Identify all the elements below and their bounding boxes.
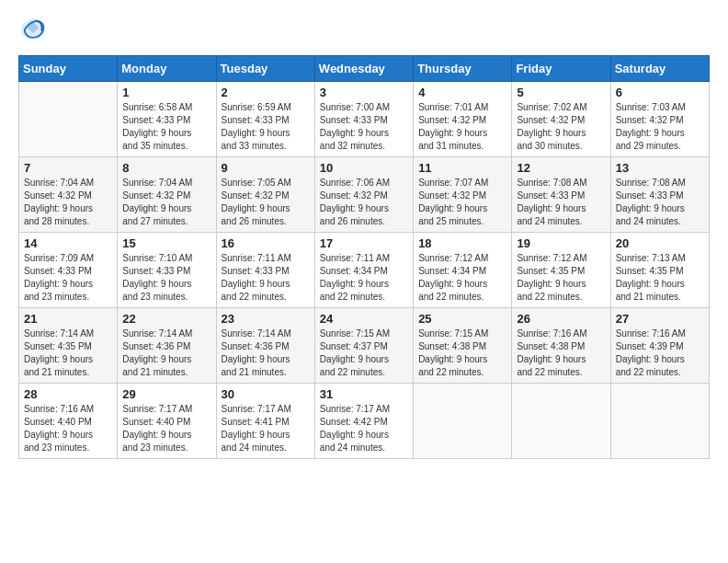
calendar-cell: 11Sunrise: 7:07 AMSunset: 4:32 PMDayligh… [414,157,512,233]
calendar-cell [512,384,610,459]
calendar-cell: 22Sunrise: 7:14 AMSunset: 4:36 PMDayligh… [118,308,216,384]
calendar-cell: 23Sunrise: 7:14 AMSunset: 4:36 PMDayligh… [216,308,314,384]
day-number: 29 [122,387,210,401]
calendar-day-header: Monday [118,56,216,82]
day-info: Sunrise: 7:15 AMSunset: 4:38 PMDaylight:… [418,327,506,379]
calendar-cell: 17Sunrise: 7:11 AMSunset: 4:34 PMDayligh… [314,233,413,308]
logo-icon [20,15,46,40]
day-number: 15 [122,236,210,250]
day-number: 9 [222,161,310,175]
day-info: Sunrise: 7:09 AMSunset: 4:33 PMDaylight:… [24,252,112,304]
calendar-cell: 19Sunrise: 7:12 AMSunset: 4:35 PMDayligh… [512,233,610,308]
day-info: Sunrise: 7:13 AMSunset: 4:35 PMDaylight:… [616,252,704,304]
calendar-cell: 16Sunrise: 7:11 AMSunset: 4:33 PMDayligh… [216,233,314,308]
header [18,15,710,44]
calendar-header-row: SundayMondayTuesdayWednesdayThursdayFrid… [19,56,710,82]
day-info: Sunrise: 7:10 AMSunset: 4:33 PMDaylight:… [122,252,210,304]
calendar-cell: 2Sunrise: 6:59 AMSunset: 4:33 PMDaylight… [216,82,314,157]
day-number: 26 [517,312,605,326]
calendar-week-row: 7Sunrise: 7:04 AMSunset: 4:32 PMDaylight… [19,157,710,233]
day-info: Sunrise: 7:17 AMSunset: 4:41 PMDaylight:… [222,403,310,454]
calendar-cell: 29Sunrise: 7:17 AMSunset: 4:40 PMDayligh… [118,384,216,459]
day-info: Sunrise: 7:17 AMSunset: 4:42 PMDaylight:… [320,403,408,454]
day-info: Sunrise: 7:06 AMSunset: 4:32 PMDaylight:… [320,177,408,228]
calendar-week-row: 1Sunrise: 6:58 AMSunset: 4:33 PMDaylight… [19,82,710,157]
calendar-cell: 13Sunrise: 7:08 AMSunset: 4:33 PMDayligh… [610,157,709,233]
calendar-cell: 14Sunrise: 7:09 AMSunset: 4:33 PMDayligh… [19,233,118,308]
calendar-cell [19,82,118,157]
calendar-cell: 6Sunrise: 7:03 AMSunset: 4:32 PMDaylight… [610,82,709,157]
calendar-week-row: 28Sunrise: 7:16 AMSunset: 4:40 PMDayligh… [19,384,710,459]
day-number: 28 [24,387,112,401]
day-info: Sunrise: 7:15 AMSunset: 4:37 PMDaylight:… [320,327,408,379]
day-info: Sunrise: 7:07 AMSunset: 4:32 PMDaylight:… [418,177,506,228]
day-number: 22 [122,312,210,326]
day-number: 21 [24,312,112,326]
day-info: Sunrise: 7:08 AMSunset: 4:33 PMDaylight:… [616,177,704,228]
calendar-day-header: Tuesday [216,56,314,82]
calendar-week-row: 21Sunrise: 7:14 AMSunset: 4:35 PMDayligh… [19,308,710,384]
calendar-day-header: Saturday [610,56,709,82]
day-info: Sunrise: 7:14 AMSunset: 4:36 PMDaylight:… [122,327,210,379]
day-info: Sunrise: 7:04 AMSunset: 4:32 PMDaylight:… [122,177,210,228]
day-info: Sunrise: 7:12 AMSunset: 4:34 PMDaylight:… [418,252,506,304]
calendar-cell: 31Sunrise: 7:17 AMSunset: 4:42 PMDayligh… [314,384,413,459]
day-number: 24 [320,312,408,326]
day-number: 1 [122,86,210,99]
calendar-cell: 4Sunrise: 7:01 AMSunset: 4:32 PMDaylight… [414,82,512,157]
calendar-cell: 7Sunrise: 7:04 AMSunset: 4:32 PMDaylight… [19,157,118,233]
calendar-cell: 9Sunrise: 7:05 AMSunset: 4:32 PMDaylight… [216,157,314,233]
calendar-cell: 10Sunrise: 7:06 AMSunset: 4:32 PMDayligh… [314,157,413,233]
calendar-cell: 21Sunrise: 7:14 AMSunset: 4:35 PMDayligh… [19,308,118,384]
day-info: Sunrise: 7:12 AMSunset: 4:35 PMDaylight:… [517,252,605,304]
calendar-day-header: Wednesday [314,56,413,82]
day-number: 11 [418,161,506,175]
day-number: 14 [24,236,112,250]
day-info: Sunrise: 7:01 AMSunset: 4:32 PMDaylight:… [418,101,506,153]
day-info: Sunrise: 7:16 AMSunset: 4:39 PMDaylight:… [616,327,704,379]
day-info: Sunrise: 7:04 AMSunset: 4:32 PMDaylight:… [24,177,112,228]
calendar-cell: 12Sunrise: 7:08 AMSunset: 4:33 PMDayligh… [512,157,610,233]
calendar-cell: 24Sunrise: 7:15 AMSunset: 4:37 PMDayligh… [314,308,413,384]
day-number: 16 [222,236,310,250]
calendar-cell: 15Sunrise: 7:10 AMSunset: 4:33 PMDayligh… [118,233,216,308]
calendar-cell: 30Sunrise: 7:17 AMSunset: 4:41 PMDayligh… [216,384,314,459]
day-info: Sunrise: 7:16 AMSunset: 4:38 PMDaylight:… [517,327,605,379]
day-number: 27 [616,312,704,326]
day-number: 18 [418,236,506,250]
day-info: Sunrise: 7:14 AMSunset: 4:36 PMDaylight:… [222,327,310,379]
day-number: 3 [320,86,408,99]
day-number: 23 [222,312,310,326]
calendar-cell: 28Sunrise: 7:16 AMSunset: 4:40 PMDayligh… [19,384,118,459]
page: SundayMondayTuesdayWednesdayThursdayFrid… [0,0,728,470]
calendar-cell: 5Sunrise: 7:02 AMSunset: 4:32 PMDaylight… [512,82,610,157]
day-number: 6 [616,86,704,99]
calendar-cell [610,384,709,459]
day-number: 7 [24,161,112,175]
day-number: 25 [418,312,506,326]
day-info: Sunrise: 7:05 AMSunset: 4:32 PMDaylight:… [222,177,310,228]
day-number: 19 [517,236,605,250]
day-number: 5 [517,86,605,99]
calendar-cell: 1Sunrise: 6:58 AMSunset: 4:33 PMDaylight… [118,82,216,157]
day-number: 10 [320,161,408,175]
day-info: Sunrise: 7:11 AMSunset: 4:34 PMDaylight:… [320,252,408,304]
calendar-cell: 18Sunrise: 7:12 AMSunset: 4:34 PMDayligh… [414,233,512,308]
calendar-cell: 25Sunrise: 7:15 AMSunset: 4:38 PMDayligh… [414,308,512,384]
day-number: 20 [616,236,704,250]
calendar-day-header: Thursday [414,56,512,82]
day-info: Sunrise: 7:08 AMSunset: 4:33 PMDaylight:… [517,177,605,228]
day-info: Sunrise: 7:17 AMSunset: 4:40 PMDaylight:… [122,403,210,454]
calendar: SundayMondayTuesdayWednesdayThursdayFrid… [18,55,710,459]
calendar-day-header: Friday [512,56,610,82]
day-info: Sunrise: 7:03 AMSunset: 4:32 PMDaylight:… [616,101,704,153]
calendar-cell: 3Sunrise: 7:00 AMSunset: 4:33 PMDaylight… [314,82,413,157]
day-number: 30 [222,387,310,401]
day-info: Sunrise: 7:11 AMSunset: 4:33 PMDaylight:… [222,252,310,304]
day-number: 2 [222,86,310,99]
calendar-week-row: 14Sunrise: 7:09 AMSunset: 4:33 PMDayligh… [19,233,710,308]
calendar-day-header: Sunday [19,56,118,82]
calendar-cell: 27Sunrise: 7:16 AMSunset: 4:39 PMDayligh… [610,308,709,384]
logo [18,15,46,44]
calendar-cell: 8Sunrise: 7:04 AMSunset: 4:32 PMDaylight… [118,157,216,233]
